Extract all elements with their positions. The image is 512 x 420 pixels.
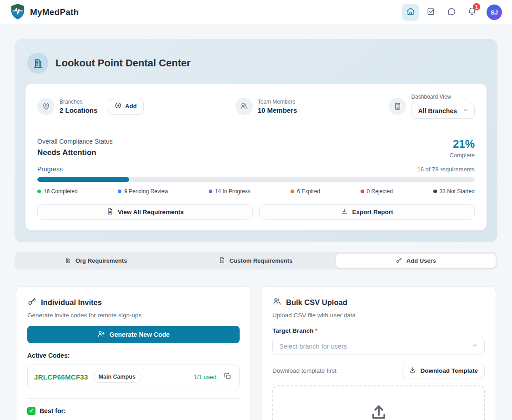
notification-badge: 1: [473, 3, 480, 10]
code-usage: 1/1 used: [194, 374, 216, 380]
brand: MyMedPath: [10, 3, 79, 22]
avatar[interactable]: SJ: [487, 5, 502, 20]
add-branch-button[interactable]: Add: [108, 98, 143, 115]
compliance-status-label: Overall Compliance Status: [37, 138, 113, 145]
completed-dot: [37, 190, 41, 193]
not-started-dot: [433, 190, 437, 193]
green-check-icon: ✓: [27, 407, 35, 415]
key-icon: [396, 257, 402, 265]
individual-invites-card: Individual Invites Generate invite codes…: [16, 286, 251, 420]
tab-custom-requirements[interactable]: Custom Requirements: [176, 253, 335, 268]
compliance-status-value: Needs Attention: [37, 148, 113, 157]
required-asterisk: *: [315, 327, 317, 334]
branches-label: Branches: [60, 99, 97, 105]
compliance-percent-caption: Complete: [449, 152, 475, 159]
legend-expired: 6 Expired: [291, 188, 320, 195]
stats-divider: [37, 128, 475, 128]
chat-bubble-icon: [447, 7, 456, 18]
compliance-percent: 21%: [449, 138, 475, 150]
template-row: Download template first Download Templat…: [272, 363, 485, 378]
bulk-header: Bulk CSV Upload: [272, 297, 485, 308]
tab-add-users[interactable]: Add Users: [336, 253, 496, 268]
compliance-card: Branches 2 Locations Add: [25, 84, 487, 230]
best-for-header: ✓ Best for:: [27, 407, 240, 415]
legend-rejected: 0 Rejected: [361, 188, 393, 195]
invite-code-row: JRLCP66MCF33 Main Campus 1/1 used: [27, 365, 240, 389]
team-members-value: 10 Members: [258, 106, 297, 114]
in-progress-dot: [209, 190, 212, 193]
stats-row: Branches 2 Locations Add: [37, 94, 475, 119]
csv-dropzone[interactable]: Drop CSV file here or click to browse Ma…: [272, 385, 485, 420]
shield-logo-icon: [10, 3, 25, 22]
rejected-dot: [361, 190, 364, 193]
requirements-caption: 16 of 78 requirements: [417, 166, 475, 173]
chevron-down-icon: [462, 107, 469, 115]
bulk-subtitle: Upload CSV file with user data: [272, 312, 485, 319]
users-icon: [236, 98, 253, 115]
invites-header: Individual Invites: [27, 297, 240, 308]
download-hint: Download template first: [272, 367, 336, 374]
dashboard-view-label: Dashboard View: [411, 94, 475, 100]
add-branch-label: Add: [125, 103, 136, 110]
team-members-stat: Team Members 10 Members: [236, 98, 297, 115]
progress-bar: [37, 177, 475, 182]
add-users-panel: Individual Invites Generate invite codes…: [16, 286, 496, 420]
legend-not-started: 33 Not Started: [433, 188, 475, 195]
select-placeholder: Select branch for users: [279, 343, 347, 350]
legend-in-progress: 14 In Progress: [209, 188, 251, 195]
branches-stat: Branches 2 Locations Add: [37, 98, 144, 115]
download-template-button[interactable]: Download Template: [402, 363, 485, 378]
view-all-requirements-button[interactable]: View All Requirements: [37, 204, 253, 220]
bulk-csv-upload-card: Bulk CSV Upload Upload CSV file with use…: [261, 286, 496, 420]
branch-badge: Main Campus: [93, 371, 141, 383]
users-icon: [272, 297, 281, 308]
target-branch-select[interactable]: Select branch for users: [272, 338, 485, 355]
invites-divider: [27, 398, 240, 399]
messages-button[interactable]: [443, 4, 460, 21]
export-report-button[interactable]: Export Report: [259, 204, 475, 220]
key-icon: [27, 297, 36, 308]
page-title: Lookout Point Dental Center: [55, 57, 191, 69]
building-icon: [389, 98, 406, 115]
copy-code-button[interactable]: [222, 371, 233, 382]
building-doc-icon: [65, 257, 71, 265]
bulk-title: Bulk CSV Upload: [286, 298, 347, 307]
nav-actions: 1 SJ: [402, 4, 502, 21]
compliance-actions: View All Requirements Export Report: [37, 204, 475, 220]
invites-subtitle: Generate invite codes for remote sign-up…: [27, 312, 240, 319]
progress-fill: [37, 177, 129, 182]
notifications-button[interactable]: 1: [463, 4, 481, 21]
team-members-label: Team Members: [258, 99, 297, 105]
home-button[interactable]: [402, 4, 419, 21]
expired-dot: [291, 190, 294, 193]
tasks-button[interactable]: [422, 4, 440, 21]
chevron-down-icon: [472, 342, 478, 350]
org-building-icon: [27, 53, 48, 74]
file-text-icon: [106, 208, 114, 216]
branches-value: 2 Locations: [60, 106, 97, 114]
compliance-head: Overall Compliance Status Needs Attentio…: [37, 138, 475, 159]
map-pin-icon: [37, 98, 55, 115]
copy-icon: [224, 372, 231, 381]
progress-labels: Progress 16 of 78 requirements: [37, 165, 475, 173]
tab-org-requirements[interactable]: Org Requirements: [16, 253, 176, 268]
dashboard-view-select[interactable]: All Branches: [411, 103, 475, 119]
pending-dot: [118, 190, 121, 193]
generate-new-code-button[interactable]: Generate New Code: [27, 326, 240, 343]
upload-icon: [282, 402, 475, 420]
brand-name: MyMedPath: [30, 7, 79, 17]
download-icon: [341, 208, 348, 216]
org-title-row: Lookout Point Dental Center: [25, 50, 487, 74]
top-nav: MyMedPath: [0, 0, 512, 25]
org-header-card: Lookout Point Dental Center Branches 2 L…: [15, 39, 497, 242]
plus-circle-icon: [115, 102, 122, 110]
document-icon: [219, 257, 226, 265]
dashboard-view-stat: Dashboard View All Branches: [389, 94, 475, 119]
download-icon: [409, 366, 416, 375]
progress-label: Progress: [37, 165, 63, 173]
check-square-icon: [427, 7, 436, 18]
active-codes-label: Active Codes:: [27, 352, 240, 359]
status-legend: 16 Completed 9 Pending Review 14 In Prog…: [37, 188, 475, 195]
legend-pending: 9 Pending Review: [118, 188, 168, 195]
home-icon: [406, 7, 415, 18]
